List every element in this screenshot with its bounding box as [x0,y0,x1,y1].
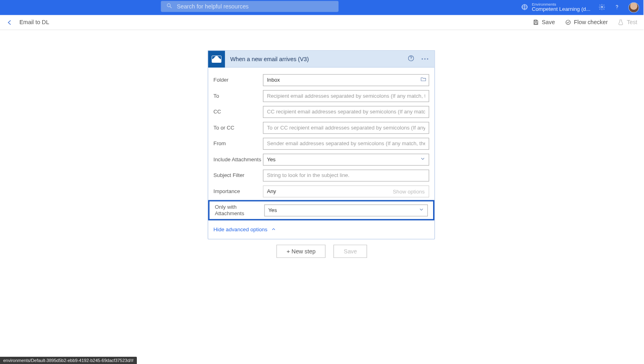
environment-label: Environments [532,3,590,7]
settings-icon[interactable] [599,4,606,12]
svg-rect-8 [535,23,537,24]
include-attachments-label: Include Attachments [213,156,263,162]
chevron-down-icon [419,206,424,214]
environment-icon [521,4,528,12]
cc-label: CC [213,109,263,115]
header-right: Environments Competent Learning (d... [521,0,639,15]
trigger-card: When a new email arrives (V3) Folder [208,50,435,239]
from-label: From [213,140,263,146]
command-bar: Email to DL Save Flow checker Test [0,15,644,30]
trigger-card-header[interactable]: When a new email arrives (V3) [208,51,434,68]
browser-status-bar: environments/Default-3895d5b2-ebb9-4192-… [0,357,137,364]
from-input[interactable] [263,138,429,150]
flow-name: Email to DL [19,19,49,25]
save-label: Save [542,19,555,25]
show-options-overlay: Show options [391,187,427,196]
app-header: Environments Competent Learning (d... [0,0,644,15]
chevron-down-icon [420,155,425,163]
svg-point-9 [566,20,570,25]
environment-picker[interactable]: Environments Competent Learning (d... [521,3,590,12]
svg-point-11 [411,60,411,60]
canvas-save-button[interactable]: Save [334,245,367,258]
save-command[interactable]: Save [533,19,555,25]
cc-input[interactable] [263,106,429,118]
test-command[interactable]: Test [617,19,637,25]
include-attachments-select[interactable] [263,154,429,166]
help-icon[interactable] [613,4,621,12]
test-label: Test [627,19,637,25]
new-step-button[interactable]: + New step [277,245,326,258]
folder-picker-icon[interactable] [420,76,426,84]
global-search[interactable] [161,1,339,12]
search-icon [166,2,172,10]
svg-point-5 [601,6,603,8]
only-with-attachments-select[interactable] [264,204,428,216]
card-help-icon[interactable] [407,55,415,64]
search-input[interactable] [172,3,339,10]
canvas-buttons: + New step Save [277,245,367,258]
to-label: To [213,93,263,99]
flow-checker-command[interactable]: Flow checker [565,19,608,25]
svg-point-0 [167,4,170,7]
canvas-save-label: Save [344,248,357,255]
new-step-label: + New step [287,248,316,255]
svg-line-1 [170,6,171,8]
trigger-card-body: Folder To CC [208,68,434,221]
svg-rect-7 [535,20,537,21]
only-with-attachments-label: Only with Attachments [215,204,264,216]
test-icon [617,19,624,25]
environment-name: Competent Learning (d... [532,7,590,12]
tocc-input[interactable] [263,121,429,134]
to-input[interactable] [263,90,429,102]
outlook-connector-icon [208,51,225,68]
advanced-options-toggle[interactable]: Hide advanced options [208,221,434,239]
svg-point-6 [617,8,617,9]
only-with-attachments-row: Only with Attachments [208,200,434,220]
advanced-options-link[interactable]: Hide advanced options [213,226,267,232]
tocc-label: To or CC [213,125,263,131]
user-avatar[interactable] [628,2,639,12]
flow-checker-label: Flow checker [574,19,608,25]
trigger-title: When a new email arrives (V3) [230,56,309,62]
flow-checker-icon [565,19,571,25]
folder-input[interactable] [263,74,429,86]
save-icon [533,19,539,25]
chevron-up-icon [271,226,276,234]
importance-label: Importance [213,188,263,194]
subject-filter-label: Subject Filter [213,172,263,178]
card-menu-icon[interactable] [421,58,428,60]
back-button[interactable] [6,19,13,26]
folder-label: Folder [213,77,263,83]
subject-filter-input[interactable] [263,169,429,181]
